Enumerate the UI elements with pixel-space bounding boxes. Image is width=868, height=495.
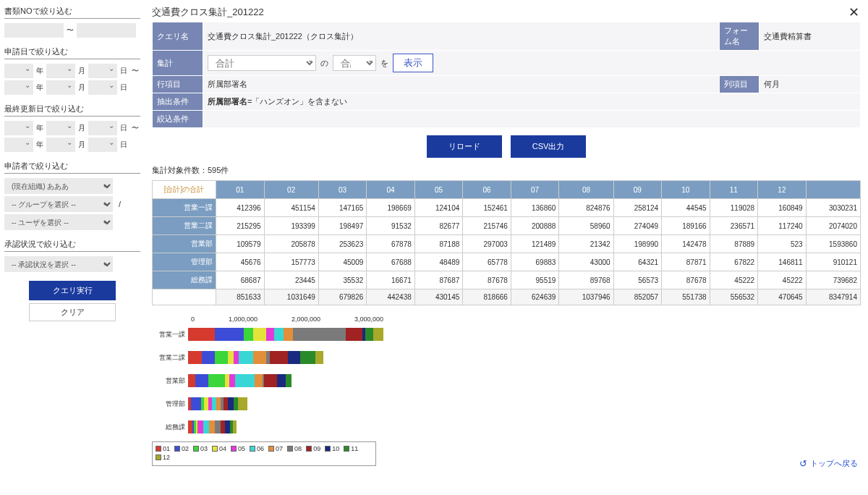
updto-year[interactable]: [4, 138, 33, 152]
docno-tilde: 〜: [67, 25, 74, 35]
data-cell: 297003: [463, 235, 511, 253]
legend-item: 06: [250, 445, 264, 452]
close-icon[interactable]: ✕: [848, 4, 859, 20]
data-cell: 824876: [559, 199, 613, 217]
appfrom-day[interactable]: [88, 64, 117, 78]
docno-to-input[interactable]: [77, 23, 136, 38]
data-cell: 189166: [662, 217, 710, 235]
grand-total: 8347914: [806, 289, 860, 305]
table-row: 営業一課412396451154147165198669124104152461…: [153, 199, 861, 217]
appfrom-month[interactable]: [46, 64, 75, 78]
col-header: 06: [463, 181, 511, 199]
data-cell: 236571: [710, 217, 758, 235]
clear-button[interactable]: クリア: [29, 303, 116, 321]
agg-field-select[interactable]: 合計: [208, 55, 316, 71]
csv-button[interactable]: CSV出力: [511, 135, 587, 158]
data-cell: 87678: [463, 271, 511, 289]
filter-approval-title: 承認状況で絞り込む: [4, 239, 140, 252]
chart-segment: [270, 351, 288, 364]
chart-segment: [215, 351, 228, 364]
meta-row-label: 行項目: [153, 76, 203, 93]
total-cell: 851633: [216, 289, 265, 305]
group-select[interactable]: -- グループを選択 --: [4, 196, 113, 212]
legend-item: 12: [156, 454, 170, 461]
chart-segment: [191, 397, 201, 410]
row-total: 1593860: [806, 235, 860, 253]
appto-month[interactable]: [46, 80, 75, 95]
meta-extract-val: 所属部署名=「ハンズオン」を含まない: [203, 93, 861, 111]
appfrom-year[interactable]: [4, 64, 33, 78]
data-cell: 82677: [414, 217, 463, 235]
back-to-top-link[interactable]: トップへ戻る: [799, 458, 858, 469]
appto-year[interactable]: [4, 80, 33, 95]
legend-item: 07: [268, 445, 283, 452]
legend-item: 03: [193, 445, 208, 452]
updfrom-day[interactable]: [88, 121, 117, 135]
legend-item: 11: [344, 445, 358, 452]
meta-extract-label: 抽出条件: [153, 93, 203, 111]
reload-button[interactable]: リロード: [427, 135, 502, 158]
filter-applicant-title: 申請者で絞り込む: [4, 161, 140, 174]
data-cell: 87687: [414, 271, 463, 289]
legend-item: 01: [156, 445, 170, 452]
approval-select[interactable]: -- 承認状況を選択 --: [4, 256, 113, 272]
col-header: 12: [758, 181, 807, 199]
chart-row: 管理部: [152, 394, 383, 414]
meta-table: クエリ名 交通費クロス集計_201222（クロス集計） フォーム名 交通費精算書…: [152, 22, 861, 128]
chart-segment: [238, 397, 247, 410]
total-cell: 818666: [463, 289, 511, 305]
data-cell: 136860: [511, 199, 559, 217]
legend-item: 02: [174, 445, 189, 452]
col-header: 09: [613, 181, 662, 199]
chart-segment: [244, 328, 253, 341]
org-select[interactable]: (現在組織) あああ: [4, 178, 113, 194]
meta-agg-label: 集計: [153, 51, 203, 76]
chart-segment: [373, 328, 383, 341]
data-cell: 91532: [367, 217, 415, 235]
exec-query-button[interactable]: クエリ実行: [29, 281, 116, 300]
data-cell: 21342: [559, 235, 613, 253]
row-label: 営業一課: [153, 199, 216, 217]
legend-item: 08: [287, 445, 302, 452]
updfrom-month[interactable]: [46, 121, 75, 135]
legend-item: 09: [306, 445, 320, 452]
data-cell: 215295: [216, 217, 265, 235]
col-header: 03: [318, 181, 367, 199]
meta-form-val: 交通費精算書: [760, 22, 861, 51]
chart-segment: [228, 351, 234, 364]
data-cell: 274049: [613, 217, 662, 235]
data-cell: 95519: [511, 271, 559, 289]
chart-segment: [234, 351, 239, 364]
data-cell: 119028: [710, 199, 758, 217]
chart-segment: [365, 328, 373, 341]
updto-day[interactable]: [88, 138, 117, 152]
data-cell: 56573: [613, 271, 662, 289]
appto-day[interactable]: [88, 80, 117, 95]
chart-segment: [235, 374, 255, 387]
updfrom-year[interactable]: [4, 121, 33, 135]
data-cell: 157773: [264, 253, 318, 271]
col-header: 10: [662, 181, 710, 199]
data-cell: 35532: [318, 271, 367, 289]
updto-month[interactable]: [46, 138, 75, 152]
user-select[interactable]: -- ユーザを選択 --: [4, 214, 113, 230]
docno-from-input[interactable]: [4, 23, 64, 38]
chart-segment: [346, 328, 362, 341]
agg-func-select[interactable]: 合計: [333, 55, 376, 71]
chart-row: 営業二課: [152, 347, 383, 368]
data-cell: 87889: [710, 235, 758, 253]
row-total: 739682: [806, 271, 860, 289]
data-cell: 67822: [710, 253, 758, 271]
chart-segment: [229, 374, 235, 387]
row-label: 管理部: [153, 253, 216, 271]
row-total: 2074020: [806, 217, 860, 235]
data-cell: 523: [758, 235, 807, 253]
chart-row: 営業部: [152, 371, 383, 391]
chart-segment: [195, 374, 209, 387]
data-cell: 109579: [216, 235, 265, 253]
data-cell: 45009: [318, 253, 367, 271]
filter-docno-title: 書類NOで絞り込む: [4, 6, 140, 19]
show-button[interactable]: 表示: [393, 54, 433, 72]
chart-segment: [225, 420, 231, 433]
row-label: 営業二課: [153, 217, 216, 235]
